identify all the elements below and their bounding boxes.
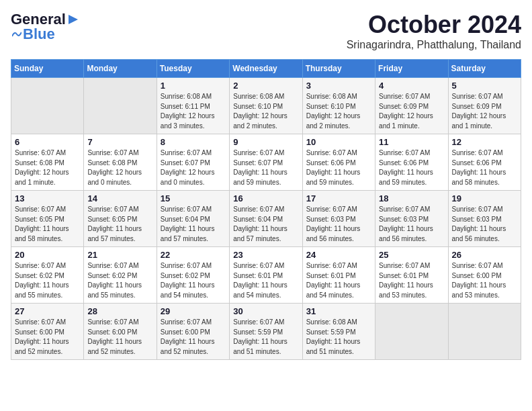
calendar-day-cell: 16Sunrise: 6:07 AM Sunset: 6:04 PM Dayli… bbox=[230, 191, 302, 247]
weekday-header: Wednesday bbox=[230, 60, 302, 78]
calendar-week-row: 13Sunrise: 6:07 AM Sunset: 6:05 PM Dayli… bbox=[11, 191, 521, 247]
calendar-day-cell: 18Sunrise: 6:07 AM Sunset: 6:03 PM Dayli… bbox=[375, 191, 448, 247]
calendar-day-cell: 21Sunrise: 6:07 AM Sunset: 6:02 PM Dayli… bbox=[84, 247, 157, 304]
day-info: Sunrise: 6:07 AM Sunset: 6:02 PM Dayligh… bbox=[161, 261, 226, 300]
day-number: 16 bbox=[233, 193, 298, 203]
day-info: Sunrise: 6:07 AM Sunset: 6:03 PM Dayligh… bbox=[452, 205, 517, 244]
day-info: Sunrise: 6:07 AM Sunset: 6:05 PM Dayligh… bbox=[87, 205, 152, 244]
day-number: 20 bbox=[15, 250, 80, 260]
day-number: 23 bbox=[233, 250, 298, 260]
day-number: 19 bbox=[452, 193, 517, 203]
day-info: Sunrise: 6:08 AM Sunset: 6:10 PM Dayligh… bbox=[233, 92, 298, 131]
calendar-day-cell: 11Sunrise: 6:07 AM Sunset: 6:06 PM Dayli… bbox=[375, 134, 448, 191]
day-info: Sunrise: 6:07 AM Sunset: 6:06 PM Dayligh… bbox=[379, 148, 444, 187]
day-info: Sunrise: 6:07 AM Sunset: 6:00 PM Dayligh… bbox=[452, 261, 517, 300]
day-number: 15 bbox=[161, 193, 226, 203]
page-subtitle: Srinagarindra, Phatthalung, Thailand bbox=[347, 39, 521, 51]
calendar-day-cell: 3Sunrise: 6:08 AM Sunset: 6:10 PM Daylig… bbox=[302, 78, 375, 134]
calendar-day-cell: 17Sunrise: 6:07 AM Sunset: 6:03 PM Dayli… bbox=[302, 191, 375, 247]
calendar-day-cell: 9Sunrise: 6:07 AM Sunset: 6:07 PM Daylig… bbox=[230, 134, 302, 191]
calendar-day-cell: 20Sunrise: 6:07 AM Sunset: 6:02 PM Dayli… bbox=[11, 247, 84, 304]
day-info: Sunrise: 6:07 AM Sunset: 6:08 PM Dayligh… bbox=[87, 148, 152, 187]
day-info: Sunrise: 6:07 AM Sunset: 6:07 PM Dayligh… bbox=[233, 148, 298, 187]
day-info: Sunrise: 6:07 AM Sunset: 6:05 PM Dayligh… bbox=[15, 205, 80, 244]
calendar-day-cell: 5Sunrise: 6:07 AM Sunset: 6:09 PM Daylig… bbox=[448, 78, 521, 134]
day-number: 24 bbox=[306, 250, 371, 260]
day-info: Sunrise: 6:07 AM Sunset: 6:02 PM Dayligh… bbox=[87, 261, 152, 300]
calendar-day-cell: 4Sunrise: 6:07 AM Sunset: 6:09 PM Daylig… bbox=[375, 78, 448, 134]
day-number: 25 bbox=[379, 250, 444, 260]
calendar-day-cell: 13Sunrise: 6:07 AM Sunset: 6:05 PM Dayli… bbox=[11, 191, 84, 247]
calendar-week-row: 1Sunrise: 6:08 AM Sunset: 6:11 PM Daylig… bbox=[11, 78, 521, 134]
calendar-day-cell: 1Sunrise: 6:08 AM Sunset: 6:11 PM Daylig… bbox=[157, 78, 229, 134]
day-info: Sunrise: 6:07 AM Sunset: 6:08 PM Dayligh… bbox=[15, 148, 80, 187]
day-info: Sunrise: 6:07 AM Sunset: 6:03 PM Dayligh… bbox=[306, 205, 371, 244]
weekday-header: Thursday bbox=[302, 60, 375, 78]
day-number: 2 bbox=[233, 81, 298, 91]
page-title: October 2024 bbox=[347, 11, 521, 39]
day-info: Sunrise: 6:07 AM Sunset: 6:01 PM Dayligh… bbox=[379, 261, 444, 300]
weekday-header: Sunday bbox=[11, 60, 84, 78]
calendar-day-cell: 8Sunrise: 6:07 AM Sunset: 6:07 PM Daylig… bbox=[157, 134, 229, 191]
day-info: Sunrise: 6:07 AM Sunset: 6:02 PM Dayligh… bbox=[15, 261, 80, 300]
day-number: 31 bbox=[306, 306, 371, 316]
day-info: Sunrise: 6:07 AM Sunset: 6:01 PM Dayligh… bbox=[306, 261, 371, 300]
day-number: 8 bbox=[161, 137, 226, 147]
calendar-day-cell bbox=[11, 78, 84, 134]
logo-blue: Blue bbox=[23, 26, 55, 43]
day-number: 30 bbox=[233, 306, 298, 316]
calendar-day-cell: 27Sunrise: 6:07 AM Sunset: 6:00 PM Dayli… bbox=[11, 304, 84, 360]
calendar-day-cell: 7Sunrise: 6:07 AM Sunset: 6:08 PM Daylig… bbox=[84, 134, 157, 191]
day-info: Sunrise: 6:07 AM Sunset: 6:00 PM Dayligh… bbox=[87, 318, 152, 357]
day-number: 26 bbox=[452, 250, 517, 260]
day-number: 7 bbox=[87, 137, 152, 147]
calendar-day-cell: 19Sunrise: 6:07 AM Sunset: 6:03 PM Dayli… bbox=[448, 191, 521, 247]
day-info: Sunrise: 6:07 AM Sunset: 6:09 PM Dayligh… bbox=[379, 92, 444, 131]
day-number: 11 bbox=[379, 137, 444, 147]
day-number: 9 bbox=[233, 137, 298, 147]
calendar-day-cell: 24Sunrise: 6:07 AM Sunset: 6:01 PM Dayli… bbox=[302, 247, 375, 304]
calendar-day-cell: 30Sunrise: 6:07 AM Sunset: 5:59 PM Dayli… bbox=[230, 304, 302, 360]
calendar-day-cell: 29Sunrise: 6:07 AM Sunset: 6:00 PM Dayli… bbox=[157, 304, 229, 360]
day-info: Sunrise: 6:07 AM Sunset: 6:00 PM Dayligh… bbox=[161, 318, 226, 357]
day-info: Sunrise: 6:07 AM Sunset: 6:01 PM Dayligh… bbox=[233, 261, 298, 300]
calendar-day-cell: 2Sunrise: 6:08 AM Sunset: 6:10 PM Daylig… bbox=[230, 78, 302, 134]
weekday-header: Monday bbox=[84, 60, 157, 78]
calendar-day-cell bbox=[375, 304, 448, 360]
day-number: 5 bbox=[452, 81, 517, 91]
weekday-header: Saturday bbox=[448, 60, 521, 78]
logo: General Blue bbox=[11, 11, 81, 43]
calendar-day-cell: 22Sunrise: 6:07 AM Sunset: 6:02 PM Dayli… bbox=[157, 247, 229, 304]
calendar-day-cell: 10Sunrise: 6:07 AM Sunset: 6:06 PM Dayli… bbox=[302, 134, 375, 191]
day-number: 4 bbox=[379, 81, 444, 91]
day-number: 14 bbox=[87, 193, 152, 203]
day-number: 27 bbox=[15, 306, 80, 316]
day-number: 21 bbox=[87, 250, 152, 260]
day-number: 1 bbox=[161, 81, 226, 91]
day-info: Sunrise: 6:07 AM Sunset: 6:07 PM Dayligh… bbox=[161, 148, 226, 187]
day-info: Sunrise: 6:07 AM Sunset: 6:04 PM Dayligh… bbox=[161, 205, 226, 244]
day-number: 28 bbox=[87, 306, 152, 316]
calendar-day-cell bbox=[84, 78, 157, 134]
calendar-day-cell: 31Sunrise: 6:08 AM Sunset: 5:59 PM Dayli… bbox=[302, 304, 375, 360]
day-info: Sunrise: 6:08 AM Sunset: 5:59 PM Dayligh… bbox=[306, 318, 371, 357]
day-number: 17 bbox=[306, 193, 371, 203]
calendar-day-cell: 14Sunrise: 6:07 AM Sunset: 6:05 PM Dayli… bbox=[84, 191, 157, 247]
day-info: Sunrise: 6:08 AM Sunset: 6:10 PM Dayligh… bbox=[306, 92, 371, 131]
page-header: General Blue October 2024 Srinagarindra,… bbox=[11, 11, 521, 51]
calendar-day-cell: 25Sunrise: 6:07 AM Sunset: 6:01 PM Dayli… bbox=[375, 247, 448, 304]
day-info: Sunrise: 6:07 AM Sunset: 5:59 PM Dayligh… bbox=[233, 318, 298, 357]
svg-marker-0 bbox=[69, 15, 78, 24]
day-info: Sunrise: 6:07 AM Sunset: 6:09 PM Dayligh… bbox=[452, 92, 517, 131]
day-number: 3 bbox=[306, 81, 371, 91]
calendar-header-row: SundayMondayTuesdayWednesdayThursdayFrid… bbox=[11, 60, 521, 78]
weekday-header: Friday bbox=[375, 60, 448, 78]
logo-arrow-icon bbox=[66, 12, 81, 27]
day-info: Sunrise: 6:07 AM Sunset: 6:04 PM Dayligh… bbox=[233, 205, 298, 244]
calendar-week-row: 27Sunrise: 6:07 AM Sunset: 6:00 PM Dayli… bbox=[11, 304, 521, 360]
calendar-day-cell: 12Sunrise: 6:07 AM Sunset: 6:06 PM Dayli… bbox=[448, 134, 521, 191]
day-number: 29 bbox=[161, 306, 226, 316]
day-number: 22 bbox=[161, 250, 226, 260]
calendar-day-cell: 15Sunrise: 6:07 AM Sunset: 6:04 PM Dayli… bbox=[157, 191, 229, 247]
day-number: 10 bbox=[306, 137, 371, 147]
